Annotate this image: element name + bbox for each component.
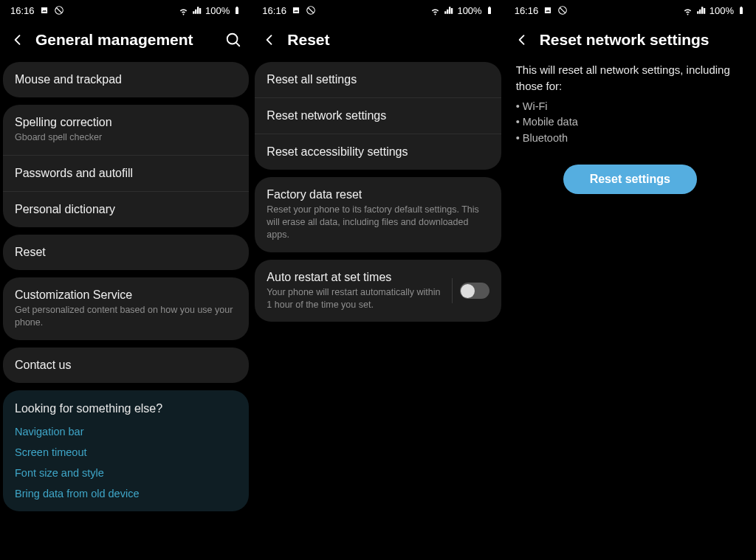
row-sublabel: Reset your phone to its factory default … — [267, 204, 489, 241]
personal-dictionary-row[interactable]: Personal dictionary — [3, 192, 249, 227]
row-label: Personal dictionary — [15, 203, 237, 216]
status-battery-percent: 100% — [457, 5, 481, 16]
contact-us-row[interactable]: Contact us — [3, 348, 249, 383]
spelling-correction-row[interactable]: Spelling correction Gboard spell checker — [3, 105, 249, 156]
auto-restart-row[interactable]: Auto restart at set times Your phone wil… — [255, 260, 501, 322]
status-bar: 16:16 100% — [504, 0, 756, 21]
factory-data-reset-row[interactable]: Factory data reset Reset your phone to i… — [255, 177, 501, 252]
row-label: Customization Service — [15, 288, 237, 302]
row-label: Reset all settings — [267, 73, 489, 86]
mouse-trackpad-row[interactable]: Mouse and trackpad — [3, 62, 249, 97]
picture-icon — [291, 5, 301, 15]
row-sublabel: Get personalized content based on how yo… — [15, 304, 237, 329]
status-bar: 16:16 100% — [252, 0, 504, 21]
bullet-bluetooth: Bluetooth — [516, 131, 744, 147]
page-title: General management — [35, 31, 215, 49]
row-label: Mouse and trackpad — [15, 73, 237, 86]
link-bring-data[interactable]: Bring data from old device — [15, 488, 237, 499]
battery-icon — [233, 5, 241, 15]
signal-icon — [192, 5, 202, 15]
row-sublabel: Gboard spell checker — [15, 131, 237, 144]
row-label: Spelling correction — [15, 116, 237, 129]
toggle-knob — [461, 284, 475, 298]
back-button[interactable] — [262, 32, 277, 47]
battery-icon — [737, 5, 746, 15]
status-battery-percent: 100% — [709, 5, 734, 16]
looking-title: Looking for something else? — [15, 402, 237, 415]
divider — [452, 278, 453, 303]
wifi-icon — [682, 5, 693, 16]
row-label: Reset network settings — [267, 109, 489, 122]
row-label: Factory data reset — [267, 188, 489, 201]
back-button[interactable] — [10, 32, 25, 47]
picture-icon — [543, 5, 553, 15]
reset-all-settings-row[interactable]: Reset all settings — [255, 62, 501, 98]
row-label: Reset — [15, 246, 237, 259]
page-title: Reset — [287, 31, 493, 49]
reset-accessibility-settings-row[interactable]: Reset accessibility settings — [255, 134, 501, 170]
bullet-mobile-data: Mobile data — [516, 114, 744, 131]
link-screen-timeout[interactable]: Screen timeout — [15, 446, 237, 458]
signal-icon — [444, 5, 454, 15]
battery-icon — [485, 5, 494, 15]
description-text: This will reset all network settings, in… — [504, 62, 756, 94]
row-label: Auto restart at set times — [267, 271, 444, 284]
page-title: Reset network settings — [540, 31, 746, 49]
wifi-icon — [430, 5, 441, 16]
auto-restart-toggle[interactable] — [460, 283, 489, 299]
passwords-autofill-row[interactable]: Passwords and autofill — [3, 156, 249, 192]
row-label: Passwords and autofill — [15, 167, 237, 180]
search-button[interactable] — [225, 32, 241, 48]
wifi-icon — [178, 5, 189, 16]
link-navigation-bar[interactable]: Navigation bar — [15, 426, 237, 438]
looking-card: Looking for something else? Navigation b… — [3, 390, 249, 511]
status-time: 16:16 — [262, 5, 286, 16]
signal-icon — [696, 5, 707, 15]
do-not-disturb-icon — [54, 5, 64, 15]
status-time: 16:16 — [10, 5, 35, 16]
row-sublabel: Your phone will restart automatically wi… — [267, 286, 444, 311]
reset-network-settings-row[interactable]: Reset network settings — [255, 98, 501, 134]
link-font-size-style[interactable]: Font size and style — [15, 467, 237, 479]
bullet-wifi: Wi-Fi — [516, 99, 744, 115]
reset-settings-button[interactable]: Reset settings — [563, 165, 697, 194]
status-battery-percent: 100% — [205, 5, 230, 16]
row-label: Reset accessibility settings — [267, 145, 489, 159]
do-not-disturb-icon — [557, 5, 568, 15]
status-time: 16:16 — [515, 5, 539, 16]
back-button[interactable] — [515, 32, 529, 47]
do-not-disturb-icon — [306, 5, 316, 15]
status-bar: 16:16 100% — [0, 0, 252, 21]
row-label: Contact us — [15, 359, 237, 372]
reset-row[interactable]: Reset — [3, 235, 249, 270]
picture-icon — [39, 5, 49, 15]
customization-service-row[interactable]: Customization Service Get personalized c… — [3, 277, 249, 340]
